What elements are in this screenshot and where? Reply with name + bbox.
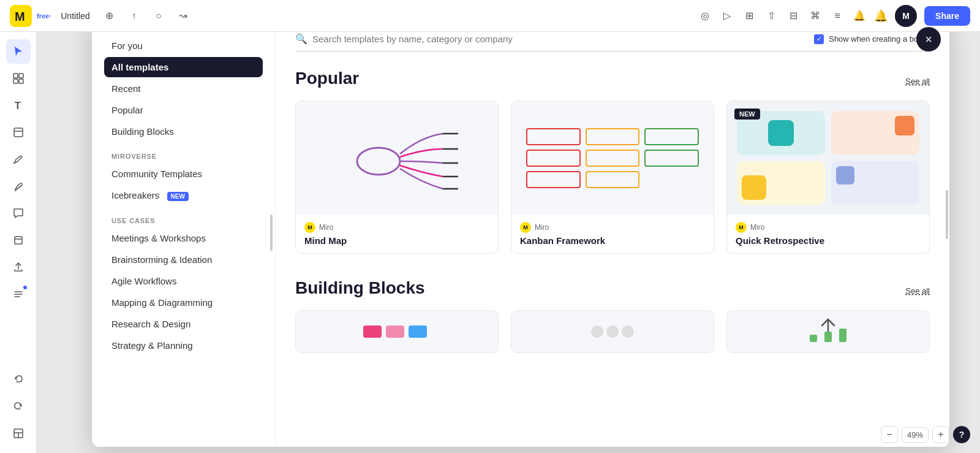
board-title[interactable]: Untitled (61, 11, 89, 21)
new-tag-retro: NEW (734, 108, 760, 120)
modal-main-content: 🔍 Show when creating a board Popular See… (276, 18, 949, 447)
retro-preview-area: NEW (727, 101, 929, 215)
svg-rect-20 (363, 325, 382, 338)
toolbar-comment-icon[interactable]: ◎ (698, 9, 712, 23)
sidebar-item-community-templates[interactable]: Community Templates (104, 164, 263, 184)
toolbar-actions: ⊕ ↑ ○ ↝ (102, 9, 698, 23)
template-modal: × For you All templates Recent Popular B… (92, 18, 949, 447)
retro-card-footer: M Miro Quick Retrospective (727, 215, 929, 253)
share-button[interactable]: Share (924, 6, 970, 26)
kanban-author: M Miro (520, 222, 705, 233)
show-when-creating-checkbox[interactable] (814, 34, 824, 44)
svg-rect-21 (386, 325, 404, 338)
toolbar-search-icon[interactable]: ○ (151, 9, 166, 23)
marker-tool-icon[interactable] (6, 174, 31, 199)
more-tools-icon[interactable] (6, 282, 31, 306)
sidebar-item-brainstorming[interactable]: Brainstorming & Ideation (104, 249, 263, 270)
toolbar-frame-icon[interactable]: ⊞ (742, 9, 756, 23)
svg-rect-5 (19, 79, 23, 83)
sidebar-scroll-bar (270, 215, 273, 251)
svg-rect-28 (839, 329, 846, 342)
comment-tool-icon[interactable] (6, 201, 31, 226)
building-blocks-section-header: Building Blocks See all (295, 278, 930, 298)
retro-title: Quick Retrospective (736, 235, 921, 246)
sidebar-item-recent[interactable]: Recent (104, 78, 263, 99)
miroverse-section-label: MIROVERSE (104, 143, 263, 164)
content-scroll-bar (946, 190, 948, 239)
svg-rect-2 (13, 74, 18, 78)
toolbar-expand-icon[interactable]: ⌘ (808, 9, 823, 23)
miro-icon-mind-map: M (304, 222, 315, 233)
toolbar-upload-icon[interactable]: ↑ (127, 9, 141, 23)
cursor-tool-icon[interactable] (6, 39, 31, 64)
bb-card-3[interactable] (726, 310, 930, 353)
toolbar-bell-icon[interactable]: 🔔 (852, 9, 867, 23)
text-tool-icon[interactable]: T (6, 93, 31, 118)
toolbar-view-icon[interactable]: ⊟ (786, 9, 801, 23)
sidebar-item-for-you[interactable]: For you (104, 36, 263, 56)
bb-card-1[interactable] (295, 310, 499, 353)
bb-card-2[interactable] (511, 310, 714, 353)
search-bar: 🔍 Show when creating a board (295, 33, 930, 51)
retro-author-name: Miro (750, 223, 764, 232)
sidebar-item-research-design[interactable]: Research & Design (104, 314, 263, 334)
svg-rect-4 (13, 79, 18, 83)
toolbar-present-icon[interactable]: ▷ (720, 9, 734, 23)
zoom-out-button[interactable]: − (881, 426, 898, 443)
left-toolbar: T (0, 32, 37, 453)
table-tool-icon[interactable] (6, 421, 31, 446)
zoom-in-button[interactable]: + (932, 426, 949, 443)
svg-rect-7 (14, 128, 23, 137)
toolbar-right: ◎ ▷ ⊞ ⇧ ⊟ ⌘ ≡ 🔔 🔔 M Share (698, 5, 970, 27)
svg-rect-9 (15, 237, 22, 244)
help-button[interactable]: ? (953, 426, 970, 443)
svg-text:M: M (15, 10, 25, 23)
sidebar-item-all-templates[interactable]: All templates (104, 57, 263, 77)
template-card-mind-map[interactable]: M Miro Mind Map (295, 101, 499, 254)
search-icon: 🔍 (295, 33, 307, 45)
grid-tool-icon[interactable] (6, 66, 31, 91)
sidebar-item-agile-workflows[interactable]: Agile Workflows (104, 271, 263, 291)
notification-icon[interactable]: 🔔 (874, 9, 888, 23)
sidebar-item-popular[interactable]: Popular (104, 100, 263, 120)
zoom-percent: 49% (902, 427, 929, 443)
toolbar-more-icon[interactable]: ↝ (176, 9, 190, 23)
frame-tool-icon[interactable] (6, 228, 31, 253)
sidebar-item-meetings-workshops[interactable]: Meetings & Workshops (104, 228, 263, 248)
sidebar-item-icebreakers[interactable]: Icebreakers NEW (104, 185, 263, 206)
svg-rect-3 (19, 74, 23, 78)
popular-section-header: Popular See all (295, 69, 930, 88)
top-toolbar: M free· Untitled ⊕ ↑ ○ ↝ ◎ ▷ ⊞ ⇧ ⊟ ⌘ ≡ 🔔… (0, 0, 980, 32)
user-avatar[interactable]: M (895, 5, 917, 27)
undo-icon[interactable] (6, 367, 31, 392)
sticky-tool-icon[interactable] (6, 120, 31, 145)
logo-area: M free· (10, 5, 51, 27)
sidebar-item-building-blocks[interactable]: Building Blocks (104, 121, 263, 142)
popular-section-title: Popular (295, 69, 359, 88)
template-card-kanban[interactable]: M Miro Kanban Framework (511, 101, 714, 254)
sidebar-item-strategy-planning[interactable]: Strategy & Planning (104, 335, 263, 356)
svg-rect-22 (409, 325, 427, 338)
svg-point-14 (357, 148, 400, 175)
svg-point-23 (591, 325, 603, 338)
sidebar-item-mapping-diagramming[interactable]: Mapping & Diagramming (104, 292, 263, 313)
search-options: Show when creating a board (814, 34, 930, 44)
toolbar-filter-icon[interactable]: ≡ (830, 9, 845, 23)
toolbar-organize-icon[interactable]: ⊕ (102, 9, 117, 23)
svg-text:T: T (15, 101, 21, 111)
popular-cards-grid: M Miro Mind Map (295, 101, 930, 254)
mind-map-card-footer: M Miro Mind Map (296, 215, 498, 253)
miro-icon-retro: M (736, 222, 747, 233)
upload-tool-icon[interactable] (6, 255, 31, 280)
show-when-creating-label: Show when creating a board (829, 34, 930, 44)
search-input[interactable] (312, 34, 794, 44)
redo-icon[interactable] (6, 394, 31, 419)
template-card-retro[interactable]: NEW (726, 101, 930, 254)
icebreakers-new-badge: NEW (167, 192, 189, 201)
modal-close-button[interactable]: × (916, 27, 941, 51)
popular-see-all-link[interactable]: See all (905, 77, 930, 86)
building-blocks-see-all-link[interactable]: See all (905, 286, 930, 295)
mind-map-title: Mind Map (304, 235, 489, 246)
toolbar-share2-icon[interactable]: ⇧ (764, 9, 778, 23)
pen-tool-icon[interactable] (6, 147, 31, 172)
